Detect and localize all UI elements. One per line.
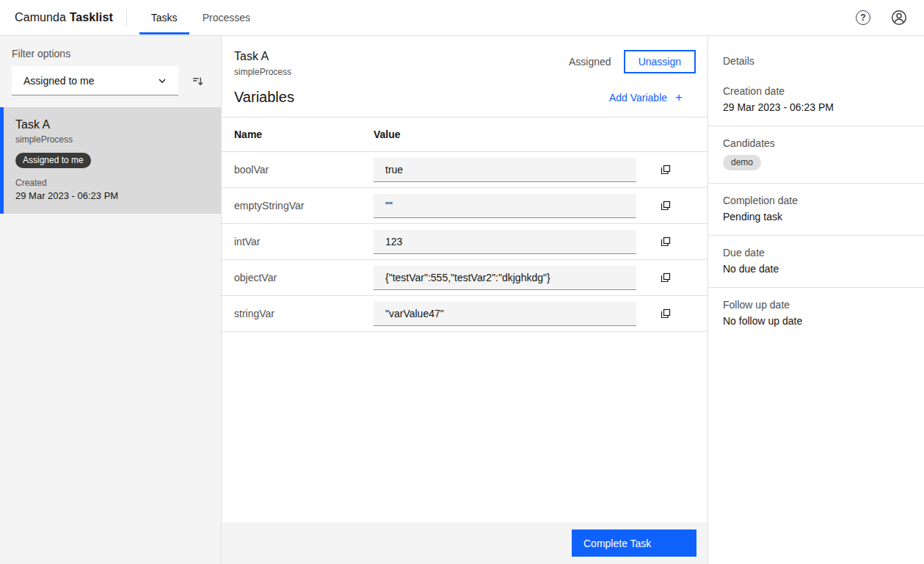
brand-prefix: Camunda [15,11,66,24]
task-detail-panel: Task A simpleProcess Assigned Unassign V… [222,36,707,564]
details-panel: Details Creation date 29 Mar 2023 - 06:2… [707,36,924,564]
tasks-sidebar: Filter options Assigned to me [0,36,222,564]
variable-row-emptyStringVar: emptyStringVar [222,188,707,224]
variables-header: Variables Add Variable + [222,77,707,117]
copy-variable-button[interactable] [655,195,677,217]
copy-variable-button[interactable] [655,303,677,325]
plus-icon: + [675,91,683,104]
completion-date-section: Completion date Pending task [708,184,924,235]
variable-row-intVar: intVar [222,224,707,260]
creation-date-section: Creation date 29 Mar 2023 - 06:23 PM [708,74,924,126]
candidates-section: Candidates demo [708,126,924,183]
variables-table-header: Name Value [222,118,707,152]
variable-name: boolVar [234,164,374,176]
tab-tasks-label: Tasks [151,12,178,24]
header-divider [126,9,127,26]
copy-icon [660,164,672,176]
sort-tasks-button[interactable] [183,66,212,95]
variable-name: objectVar [234,272,374,283]
variable-value-input[interactable] [374,158,636,182]
variable-value-input[interactable] [374,302,636,326]
copy-variable-button[interactable] [655,267,677,289]
assignment-status: Assigned [569,56,611,68]
due-date-label: Due date [723,247,909,258]
variable-name: emptyStringVar [234,200,374,212]
variable-value-input[interactable] [374,266,636,290]
user-avatar-icon[interactable] [890,9,908,26]
copy-icon [660,236,672,247]
followup-date-value: No follow up date [723,315,909,327]
creation-date-value: 29 Mar 2023 - 06:23 PM [723,101,909,113]
tab-processes-label: Processes [203,12,250,24]
chevron-down-icon [156,75,168,87]
unassign-button[interactable]: Unassign [624,50,696,73]
task-actions-footer: Complete Task [222,522,707,564]
variables-title: Variables [234,89,294,106]
due-date-value: No due date [723,263,909,275]
task-title: Task A [234,50,291,63]
creation-date-label: Creation date [723,85,909,97]
tab-tasks[interactable]: Tasks [139,0,190,36]
filter-controls: Assigned to me [0,66,221,95]
add-variable-label: Add Variable [609,92,667,104]
header-actions: ? [856,9,924,26]
task-header: Task A simpleProcess Assigned Unassign [222,36,707,77]
filter-options-label: Filter options [0,36,221,66]
followup-date-label: Follow up date [723,299,909,311]
due-date-section: Due date No due date [708,236,924,287]
value-column-header: Value [374,129,636,140]
brand-name: Tasklist [70,11,113,24]
copy-variable-button[interactable] [655,159,677,181]
task-card-process: simpleProcess [15,134,209,145]
name-column-header: Name [234,129,374,140]
variable-row-boolVar: boolVar [222,152,707,188]
tab-processes[interactable]: Processes [190,0,263,36]
created-date: 29 Mar 2023 - 06:23 PM [15,190,209,201]
variable-row-objectVar: objectVar [222,260,707,296]
followup-date-section: Follow up date No follow up date [708,288,924,339]
variable-name: intVar [234,236,374,247]
completion-date-value: Pending task [723,211,909,223]
app-logo[interactable]: Camunda Tasklist [0,11,126,24]
sort-descending-icon [192,75,204,87]
copy-variable-button[interactable] [655,231,677,253]
main-nav: Tasks Processes [139,0,263,36]
task-detail-content: Task A simpleProcess Assigned Unassign V… [222,36,707,522]
task-card-title: Task A [15,118,209,131]
details-title: Details [708,36,924,74]
task-list-item-selected[interactable]: Task A simpleProcess Assigned to me Crea… [0,107,221,214]
variable-value-input[interactable] [374,230,636,254]
variable-value-input[interactable] [374,194,636,218]
candidates-label: Candidates [723,137,909,149]
variables-table: Name Value boolVar [222,117,707,332]
task-process-name: simpleProcess [234,67,291,77]
app-header: Camunda Tasklist Tasks Processes ? [0,0,924,36]
copy-icon [660,200,672,212]
completion-date-label: Completion date [723,195,909,206]
candidate-tag: demo [723,155,761,170]
help-icon[interactable]: ? [856,10,870,25]
created-label: Created [15,178,209,188]
filter-dropdown-value: Assigned to me [23,75,95,87]
variable-name: stringVar [234,308,374,319]
filter-dropdown[interactable]: Assigned to me [12,66,178,95]
assigned-badge: Assigned to me [15,153,91,168]
complete-task-button[interactable]: Complete Task [572,529,696,557]
variable-row-stringVar: stringVar [222,296,707,332]
add-variable-button[interactable]: Add Variable + [609,91,683,104]
copy-icon [660,272,672,283]
copy-icon [660,308,672,319]
